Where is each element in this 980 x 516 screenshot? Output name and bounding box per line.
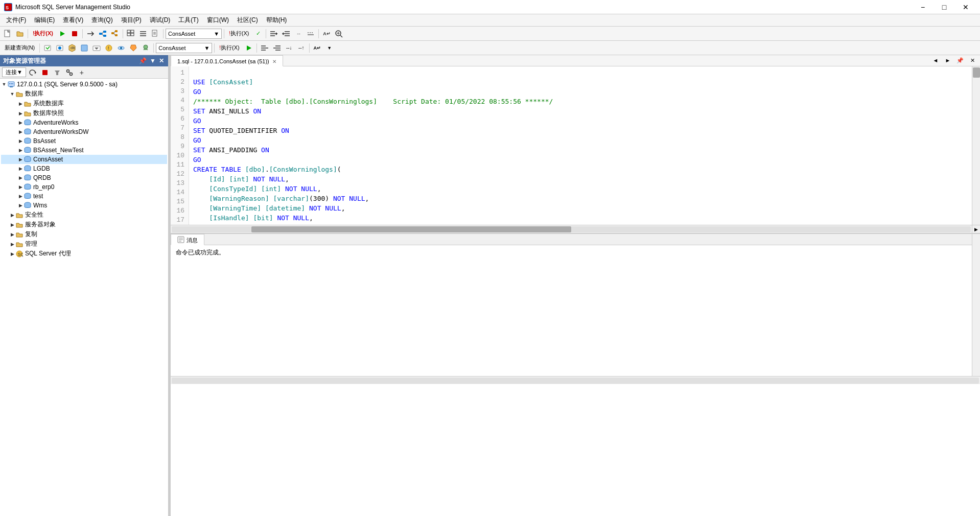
oe-filter-button[interactable] — [52, 67, 63, 78]
parse-button[interactable] — [85, 28, 96, 39]
tree-node-db-snapshots[interactable]: ▶ 数据库快照 — [1, 108, 167, 118]
menu-community[interactable]: 社区(C) — [233, 15, 262, 26]
oe-plus-button[interactable]: + — [76, 67, 87, 78]
expand-icon-wms[interactable]: ▶ — [17, 203, 24, 208]
execute-button[interactable]: ! 执行(X) — [30, 28, 56, 39]
expand-icon-bsasset-nt[interactable]: ▶ — [17, 148, 24, 153]
tree-node-server-objects[interactable]: ▶ 服务器对象 — [1, 220, 167, 229]
tree-node-test[interactable]: ▶ test — [1, 192, 167, 201]
tree-node-adventureworksdw[interactable]: ▶ AdventureWorksDW — [1, 127, 167, 136]
expand-icon-bsasset[interactable]: ▶ — [17, 138, 24, 144]
expand-icon-test[interactable]: ▶ — [17, 194, 24, 199]
expand-icon-lgdb[interactable]: ▶ — [17, 166, 24, 171]
expand-icon-management[interactable]: ▶ — [9, 242, 15, 247]
oe-pin-icon[interactable]: 📌 — [138, 57, 148, 65]
tree-node-security[interactable]: ▶ 安全性 — [1, 210, 167, 220]
h-scroll-right[interactable]: ▶ — [972, 225, 980, 233]
tab-close-button[interactable]: ✕ — [272, 59, 276, 64]
new-file-button[interactable] — [2, 28, 13, 39]
oe-sync-button[interactable] — [64, 67, 75, 78]
tree-node-system-db[interactable]: ▶ 系统数据库 — [1, 99, 167, 108]
tb2-btn2[interactable] — [54, 42, 65, 54]
expand-icon-sqlagent[interactable]: ▶ — [9, 251, 15, 256]
tb2-comment-btn[interactable]: --↓ — [284, 42, 295, 54]
maximize-button[interactable]: □ — [934, 1, 954, 13]
close-button[interactable]: ✕ — [955, 1, 976, 13]
menu-project[interactable]: 项目(P) — [117, 15, 146, 26]
oe-arrow-icon[interactable]: ▼ — [149, 57, 157, 65]
tb2-zoom-btn[interactable]: ▼ — [324, 42, 335, 54]
tree-node-server[interactable]: ▼ 127.0.0.1 (SQL Server 9.0.5000 - sa) — [1, 80, 167, 89]
tb2-btn7[interactable] — [115, 42, 127, 54]
expand-icon-consasset[interactable]: ▶ — [17, 157, 24, 162]
tb2-outdent-btn[interactable] — [271, 42, 283, 54]
include-actual-plan-button[interactable] — [109, 28, 121, 39]
checkmark-button[interactable]: ✓ — [252, 28, 264, 39]
grid-results-button[interactable] — [125, 28, 136, 39]
tree-node-qrdb[interactable]: ▶ QRDB — [1, 173, 167, 182]
expand-icon-replication[interactable]: ▶ — [9, 232, 15, 237]
file-results-button[interactable] — [150, 28, 161, 39]
tree-node-bsasset-newtest[interactable]: ▶ BSAsset_NewTest — [1, 146, 167, 155]
h-scroll-thumb[interactable] — [251, 226, 571, 232]
oe-stop-button[interactable] — [39, 67, 51, 78]
tb2-btn5[interactable] — [91, 42, 102, 54]
expand-icon-databases[interactable]: ▼ — [9, 91, 15, 97]
tree-node-consasset[interactable]: ▶ ConsAsset — [1, 155, 167, 164]
text-results-button[interactable] — [137, 28, 149, 39]
menu-help[interactable]: 帮助(H) — [262, 15, 291, 26]
zoom-button[interactable] — [333, 28, 344, 39]
tree-node-databases[interactable]: ▼ 数据库 — [1, 89, 167, 99]
open-file-button[interactable] — [14, 28, 26, 39]
expand-icon-server[interactable]: ▼ — [1, 82, 7, 87]
msg-v-scrollbar[interactable] — [972, 234, 980, 376]
tb2-btn1[interactable] — [42, 42, 53, 54]
tree-node-bsasset[interactable]: ▶ BsAsset — [1, 136, 167, 146]
tree-node-adventureworks[interactable]: ▶ AdventureWorks — [1, 118, 167, 127]
debug-button[interactable] — [57, 28, 68, 39]
execute-button-2[interactable]: ! 执行(X) — [226, 28, 251, 39]
tree-node-rberp0[interactable]: ▶ rb_erp0 — [1, 182, 167, 192]
tb2-indent-btn[interactable] — [259, 42, 270, 54]
expand-icon-aw[interactable]: ▶ — [17, 120, 24, 125]
comment-button[interactable]: -- — [293, 28, 304, 39]
menu-view[interactable]: 查看(V) — [59, 15, 87, 26]
tree-node-lgdb[interactable]: ▶ LGDB — [1, 164, 167, 173]
uncomment-button[interactable] — [305, 28, 316, 39]
tb2-uncomment-btn[interactable]: --↑ — [296, 42, 307, 54]
tree-node-wms[interactable]: ▶ Wms — [1, 201, 167, 210]
h-scrollbar[interactable]: ▶ — [171, 225, 980, 233]
menu-query[interactable]: 查询(Q) — [87, 15, 116, 26]
tab-close-x[interactable]: ✕ — [967, 55, 978, 66]
expand-icon-qrdb[interactable]: ▶ — [17, 175, 24, 180]
new-query-button[interactable]: 新建查询(N) — [2, 42, 37, 54]
messages-tab[interactable]: 消息 — [171, 234, 204, 245]
tb2-btn4[interactable] — [79, 42, 90, 54]
show-plan-button[interactable] — [97, 28, 108, 39]
expand-icon-sysdb[interactable]: ▶ — [17, 101, 24, 106]
menu-edit[interactable]: 编辑(E) — [30, 15, 59, 26]
menu-window[interactable]: 窗口(W) — [203, 15, 233, 26]
tab-scroll-left[interactable]: ◄ — [930, 55, 941, 66]
v-scrollbar[interactable] — [972, 66, 980, 225]
expand-icon-security[interactable]: ▶ — [9, 213, 15, 218]
tab-scroll-right[interactable]: ► — [942, 55, 953, 66]
tb2-run-button[interactable] — [243, 42, 254, 54]
expand-icon-awdw[interactable]: ▶ — [17, 129, 24, 134]
menu-file[interactable]: 文件(F) — [2, 15, 30, 26]
tb2-execute-button[interactable]: ! 执行(X) — [217, 42, 242, 54]
indent-button[interactable] — [268, 28, 279, 39]
tb2-wordwrap-btn[interactable]: A↵ — [312, 42, 323, 54]
expand-icon-rberp0[interactable]: ▶ — [17, 184, 24, 190]
msg-h-scrollbar[interactable] — [171, 376, 980, 384]
database-selector-2[interactable]: ConsAsset ▼ — [156, 43, 212, 53]
cancel-query-button[interactable] — [69, 28, 80, 39]
tb2-btn3[interactable]: db — [66, 42, 78, 54]
expand-icon-serverobj[interactable]: ▶ — [9, 222, 15, 227]
database-selector-1[interactable]: ConsAsset ▼ — [166, 29, 222, 39]
tree-node-replication[interactable]: ▶ 复制 — [1, 229, 167, 239]
sql-tab-1[interactable]: 1.sql - 127.0.0.1.ConsAsset (sa (51)) ✕ — [171, 55, 283, 66]
oe-refresh-button[interactable] — [27, 67, 38, 78]
tb2-btn6[interactable]: ! — [103, 42, 114, 54]
tb2-btn8[interactable] — [128, 42, 139, 54]
